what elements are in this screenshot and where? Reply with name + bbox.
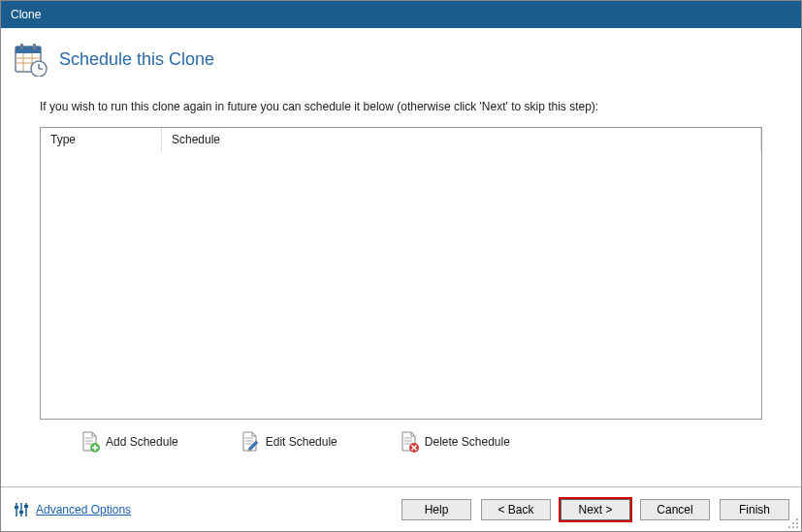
svg-point-33 <box>792 522 794 524</box>
document-delete-icon <box>400 431 419 453</box>
document-add-icon <box>80 431 100 453</box>
window-title: Clone <box>11 8 41 21</box>
cancel-button[interactable]: Cancel <box>640 499 710 520</box>
resize-grip-icon[interactable] <box>787 517 799 529</box>
title-bar: Clone <box>1 1 801 28</box>
help-button[interactable]: Help <box>401 499 471 520</box>
finish-button[interactable]: Finish <box>720 499 789 520</box>
svg-point-36 <box>792 526 794 528</box>
page-title: Schedule this Clone <box>59 49 214 70</box>
calendar-clock-icon <box>13 42 48 77</box>
footer-bar: Advanced Options Help < Back Next > Canc… <box>1 486 801 531</box>
sliders-icon <box>13 501 30 518</box>
delete-schedule-label: Delete Schedule <box>425 435 510 449</box>
document-edit-icon <box>241 431 260 453</box>
svg-rect-31 <box>24 505 28 508</box>
advanced-options-label: Advanced Options <box>36 503 131 516</box>
column-header-type[interactable]: Type <box>41 128 162 151</box>
column-header-schedule[interactable]: Schedule <box>162 128 761 151</box>
footer-buttons: Help < Back Next > Cancel Finish <box>401 499 789 520</box>
svg-rect-30 <box>19 511 23 514</box>
page-header: Schedule this Clone <box>13 42 762 77</box>
svg-point-34 <box>796 522 798 524</box>
add-schedule-button[interactable]: Add Schedule <box>79 429 180 454</box>
svg-rect-3 <box>33 44 36 49</box>
svg-rect-1 <box>16 47 41 53</box>
svg-rect-29 <box>15 506 18 509</box>
edit-schedule-button[interactable]: Edit Schedule <box>239 429 339 454</box>
svg-point-37 <box>796 526 798 528</box>
next-button[interactable]: Next > <box>561 499 630 520</box>
instruction-text: If you wish to run this clone again in f… <box>40 100 762 113</box>
table-header: Type Schedule <box>41 128 761 152</box>
content-area: Schedule this Clone If you wish to run t… <box>1 28 801 454</box>
add-schedule-label: Add Schedule <box>106 435 178 449</box>
schedule-actions: Add Schedule Edit Schedule <box>40 420 762 454</box>
svg-rect-2 <box>20 44 23 49</box>
edit-schedule-label: Edit Schedule <box>266 435 337 449</box>
svg-point-35 <box>788 526 790 528</box>
delete-schedule-button[interactable]: Delete Schedule <box>398 429 512 454</box>
back-button[interactable]: < Back <box>481 499 551 520</box>
advanced-options-link[interactable]: Advanced Options <box>13 501 131 518</box>
svg-point-32 <box>796 518 798 520</box>
table-body[interactable] <box>41 152 761 418</box>
schedule-table: Type Schedule <box>40 127 762 420</box>
